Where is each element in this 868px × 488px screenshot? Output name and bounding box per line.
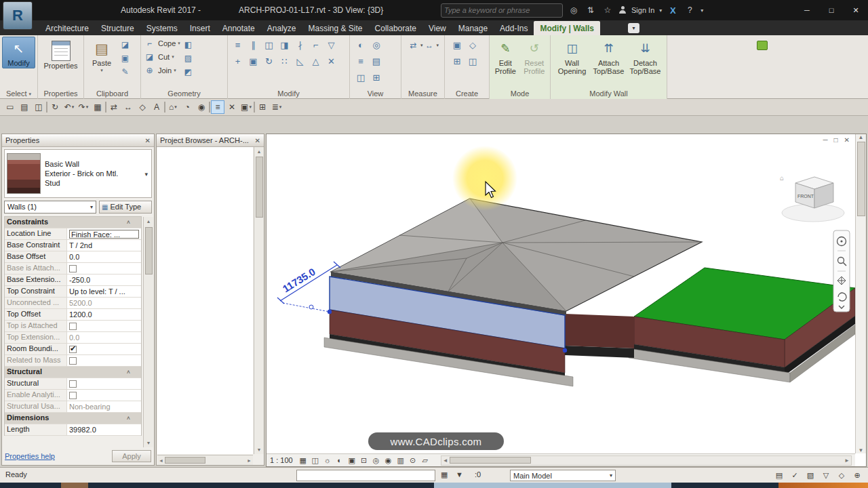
exchange-apps-icon[interactable]: X — [667, 5, 679, 16]
close-hidden-windows-icon[interactable]: ✕ ▾ — [225, 100, 239, 114]
visual-style-icon[interactable]: ◐ — [353, 37, 369, 53]
tree-item[interactable]: T / 2nd — [157, 183, 253, 195]
minimize-button[interactable]: ─ — [795, 0, 819, 20]
text-icon[interactable]: A ▾ — [150, 100, 163, 114]
cut-button[interactable]: ◪ Cut ▾ — [143, 50, 180, 63]
browser-horizontal-scrollbar[interactable]: ◄ ► — [157, 455, 253, 465]
property-row[interactable]: Dimensions — [5, 413, 141, 424]
show-crop-icon[interactable]: ⊡ — [358, 455, 370, 466]
measure-tool-icon[interactable]: ⇄ ▾ — [107, 100, 121, 114]
navigation-bar[interactable] — [833, 230, 850, 312]
revit-logo[interactable]: R — [3, 1, 33, 30]
tree-item[interactable]: T / Roof — [157, 218, 253, 229]
scroll-thumb[interactable] — [145, 227, 153, 274]
section-icon[interactable]: ◔ ▾ — [180, 100, 194, 114]
copy-icon[interactable]: ▣ — [119, 52, 132, 64]
maximize-button[interactable]: □ — [819, 0, 844, 20]
editable-only-icon[interactable]: ▤ — [774, 470, 785, 481]
tree-item[interactable]: Site — [157, 171, 253, 183]
switch-windows-icon[interactable]: ▣ ▾ — [239, 100, 253, 114]
scroll-down-icon[interactable]: ▼ — [859, 447, 864, 453]
ribbon-tab[interactable]: Collaborate — [369, 21, 422, 35]
view-minimize-icon[interactable]: ─ — [823, 136, 827, 144]
default-3d-view-icon[interactable]: ⌂ ▾ — [166, 100, 180, 114]
separator[interactable]: ▾ — [46, 102, 47, 113]
reveal-hidden-icon[interactable]: ◉ — [382, 455, 395, 466]
unlocked-view-icon[interactable]: ⊙ — [407, 455, 419, 466]
keyboard-shortcuts-icon[interactable]: ⊞ ▾ — [256, 100, 269, 114]
favorites-icon[interactable]: ☆ — [601, 5, 614, 15]
select-by-face-icon[interactable]: ◇ — [836, 470, 847, 481]
scroll-thumb[interactable] — [857, 142, 865, 216]
tree-item[interactable]: ⊟ Floor Plans — [157, 160, 253, 171]
create-similar-icon[interactable]: ◇ — [465, 37, 481, 53]
tree-item[interactable]: {3D} — [157, 252, 253, 264]
property-checkbox[interactable] — [69, 357, 77, 365]
thin-lines-icon[interactable]: ≡ ▾ — [211, 100, 224, 114]
measure-caret-icon[interactable]: ▾ — [437, 43, 439, 48]
ribbon-tab[interactable]: Architecture — [39, 21, 95, 35]
ribbon-tab[interactable]: View — [422, 21, 452, 35]
apply-button[interactable]: Apply — [112, 450, 151, 462]
print-icon[interactable]: ▦ ▾ — [91, 100, 104, 114]
rotate-icon[interactable]: ↻ — [261, 53, 277, 69]
tree-item[interactable]: ⊞ Cable Trays — [157, 413, 253, 425]
cutaway-icon[interactable]: ◫ — [353, 69, 369, 85]
property-row[interactable]: Related to Mass — [5, 355, 141, 367]
open-file-icon[interactable]: ▤ ▾ — [18, 100, 31, 114]
property-row[interactable]: Unconnected ... 5200.0 — [5, 298, 141, 309]
property-row[interactable]: Room Boundi... — [5, 344, 141, 355]
undo-icon[interactable]: ↶ ▾ — [62, 100, 76, 114]
cope-button[interactable]: ⌐ Cope ▾ — [143, 37, 180, 49]
viewcube[interactable]: FRONT ⌂ — [780, 174, 844, 222]
separator[interactable]: ▾ — [254, 102, 255, 113]
search-field[interactable] — [441, 3, 563, 18]
property-row[interactable]: Top Offset 1200.0 — [5, 309, 141, 321]
ribbon-tab[interactable]: Insert — [184, 21, 216, 35]
ribbon-tab[interactable]: Add-Ins — [494, 21, 534, 35]
tree-item[interactable]: West — [157, 310, 253, 321]
view-close-icon[interactable]: ✕ — [844, 136, 850, 144]
thin-lines-view-icon[interactable]: ≡ — [353, 53, 369, 69]
align-icon[interactable]: ≡ — [230, 37, 245, 53]
join-button[interactable]: ⊕ Join ▾ — [143, 64, 180, 77]
3d-model-scene[interactable]: 11735.0 FRONT ⌂ — [267, 134, 855, 453]
press-drag-icon[interactable]: ✓ — [789, 470, 800, 481]
viewport-horizontal-scrollbar[interactable]: ◄ ► — [441, 455, 852, 466]
ribbon-tab[interactable]: Manage — [452, 21, 494, 35]
camera-icon[interactable]: ◉ ▾ — [195, 100, 208, 114]
dimension-icon[interactable]: ↔ — [423, 39, 436, 52]
property-row[interactable]: Structural — [5, 367, 141, 378]
shadows-icon[interactable]: ◐ — [334, 455, 346, 466]
ribbon-tab[interactable]: Analyze — [261, 21, 302, 35]
type-selector-caret-icon[interactable]: ▾ — [144, 171, 148, 178]
render-icon[interactable]: ◎ — [369, 37, 384, 53]
browser-vertical-scrollbar[interactable]: ▲ ▼ — [254, 147, 264, 454]
analytical-model-icon[interactable]: ▱ — [419, 455, 431, 466]
create-group-icon[interactable]: ▣ — [450, 37, 465, 53]
tree-item[interactable]: South — [157, 298, 253, 310]
scroll-thumb[interactable] — [450, 457, 531, 464]
worksets-field[interactable] — [296, 470, 435, 481]
temporary-properties-icon[interactable]: ▥ — [395, 455, 407, 466]
wall-grip-right[interactable] — [563, 348, 567, 352]
property-row[interactable]: Base Constraint T / 2nd — [5, 240, 141, 251]
filter-icon[interactable]: ▼ — [456, 470, 463, 479]
scroll-left-icon[interactable]: ◄ — [443, 458, 448, 464]
wall-opening-button[interactable]: ◫ WallOpening — [555, 37, 590, 76]
tree-item[interactable]: ⊞ Annotation Symb — [157, 402, 253, 413]
copy-element-icon[interactable]: ▣ — [245, 53, 261, 69]
link-wall[interactable] — [565, 314, 634, 348]
paint-icon[interactable]: ◧ — [182, 39, 195, 51]
property-row[interactable]: Base Extensio... -250.0 — [5, 274, 141, 286]
close-button[interactable]: ✕ — [844, 0, 868, 20]
project-browser-close-icon[interactable]: ✕ — [255, 137, 260, 144]
aligned-dimension-icon[interactable]: ↔ ▾ — [121, 100, 135, 114]
property-row[interactable]: Enable Analyti... — [5, 390, 141, 401]
tree-item[interactable]: ⊟ 3D Views — [157, 241, 253, 252]
select-pinned-icon[interactable]: ▽ — [821, 470, 831, 481]
cut-icon[interactable]: ◪ — [119, 39, 132, 51]
tree-item[interactable]: T / Main — [157, 206, 253, 218]
save-icon[interactable]: ◫ ▾ — [32, 100, 45, 114]
tile-windows-icon[interactable]: ⊞ — [369, 69, 384, 85]
